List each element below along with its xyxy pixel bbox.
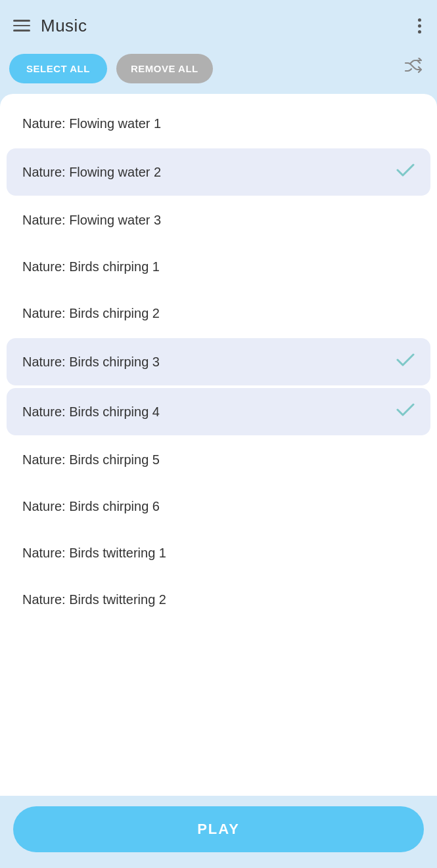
music-list: Nature: Flowing water 1Nature: Flowing w… — [0, 94, 437, 868]
shuffle-icon[interactable] — [403, 58, 424, 80]
play-button[interactable]: PLAY — [13, 806, 424, 852]
list-item[interactable]: Nature: Birds twittering 1 — [7, 531, 430, 575]
list-item[interactable]: Nature: Birds chirping 5 — [7, 438, 430, 482]
list-item-label: Nature: Birds twittering 2 — [22, 592, 166, 607]
select-all-button[interactable]: SELECT ALL — [9, 54, 107, 83]
list-item-label: Nature: Birds chirping 2 — [22, 306, 160, 321]
list-item[interactable]: Nature: Birds chirping 4 — [7, 388, 430, 435]
list-item[interactable]: Nature: Birds twittering 2 — [7, 578, 430, 622]
header-left: Music — [13, 16, 87, 36]
list-item-label: Nature: Birds twittering 1 — [22, 546, 166, 561]
list-item-label: Nature: Birds chirping 6 — [22, 499, 160, 514]
list-item[interactable]: Nature: Flowing water 3 — [7, 198, 430, 242]
list-item[interactable]: Nature: Birds chirping 6 — [7, 485, 430, 529]
checkmark-icon — [396, 163, 415, 181]
checkmark-icon — [396, 402, 415, 421]
checkmark-icon — [396, 353, 415, 371]
more-options-icon[interactable] — [415, 16, 424, 36]
list-item[interactable]: Nature: Flowing water 2 — [7, 148, 430, 196]
list-item[interactable]: Nature: Birds chirping 3 — [7, 338, 430, 385]
list-item-label: Nature: Birds chirping 1 — [22, 259, 160, 274]
toolbar: SELECT ALL REMOVE ALL — [0, 47, 437, 94]
list-item-label: Nature: Flowing water 1 — [22, 116, 161, 131]
header: Music — [0, 0, 437, 47]
list-item[interactable]: Nature: Birds chirping 2 — [7, 292, 430, 336]
list-item-label: Nature: Birds chirping 4 — [22, 404, 160, 420]
page-title: Music — [41, 16, 87, 36]
hamburger-menu-icon[interactable] — [13, 20, 30, 32]
list-item-label: Nature: Birds chirping 5 — [22, 452, 160, 467]
list-item-label: Nature: Flowing water 2 — [22, 165, 161, 180]
list-item-label: Nature: Birds chirping 3 — [22, 355, 160, 370]
list-item[interactable]: Nature: Birds chirping 1 — [7, 245, 430, 289]
list-item-label: Nature: Flowing water 3 — [22, 213, 161, 228]
play-bar: PLAY — [0, 796, 437, 868]
remove-all-button[interactable]: REMOVE ALL — [116, 54, 213, 83]
list-item[interactable]: Nature: Flowing water 1 — [7, 102, 430, 146]
